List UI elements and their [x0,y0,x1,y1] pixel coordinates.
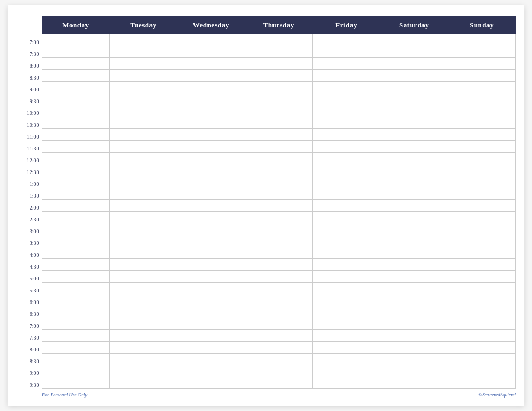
schedule-cell[interactable] [313,306,380,318]
schedule-cell[interactable] [245,153,313,164]
schedule-cell[interactable] [245,58,313,70]
schedule-cell[interactable] [110,117,177,129]
schedule-cell[interactable] [42,93,110,105]
schedule-cell[interactable] [448,141,516,153]
schedule-cell[interactable] [448,70,516,82]
schedule-cell[interactable] [380,82,448,93]
schedule-cell[interactable] [313,259,380,271]
schedule-cell[interactable] [245,164,313,176]
schedule-cell[interactable] [448,164,516,176]
schedule-cell[interactable] [380,58,448,70]
schedule-cell[interactable] [245,129,313,141]
schedule-cell[interactable] [380,46,448,58]
schedule-cell[interactable] [245,117,313,129]
schedule-cell[interactable] [380,271,448,283]
schedule-cell[interactable] [448,294,516,306]
schedule-cell[interactable] [245,34,313,46]
schedule-cell[interactable] [313,212,380,223]
schedule-cell[interactable] [313,200,380,212]
schedule-cell[interactable] [380,247,448,259]
schedule-cell[interactable] [313,93,380,105]
schedule-cell[interactable] [42,235,110,247]
schedule-cell[interactable] [313,377,380,389]
schedule-cell[interactable] [177,93,245,105]
schedule-cell[interactable] [42,70,110,82]
schedule-cell[interactable] [448,318,516,330]
schedule-cell[interactable] [380,223,448,235]
schedule-cell[interactable] [177,271,245,283]
schedule-cell[interactable] [313,153,380,164]
schedule-cell[interactable] [110,176,177,188]
schedule-cell[interactable] [110,46,177,58]
schedule-cell[interactable] [245,235,313,247]
schedule-cell[interactable] [245,105,313,117]
schedule-cell[interactable] [448,223,516,235]
schedule-cell[interactable] [245,141,313,153]
schedule-cell[interactable] [110,153,177,164]
schedule-cell[interactable] [380,105,448,117]
schedule-cell[interactable] [245,82,313,93]
schedule-cell[interactable] [177,354,245,365]
schedule-cell[interactable] [42,223,110,235]
schedule-cell[interactable] [110,212,177,223]
schedule-cell[interactable] [313,82,380,93]
schedule-cell[interactable] [380,212,448,223]
schedule-cell[interactable] [177,82,245,93]
schedule-cell[interactable] [380,141,448,153]
schedule-cell[interactable] [177,330,245,342]
schedule-cell[interactable] [245,93,313,105]
schedule-cell[interactable] [313,164,380,176]
schedule-cell[interactable] [245,365,313,377]
schedule-cell[interactable] [177,365,245,377]
schedule-cell[interactable] [245,294,313,306]
schedule-cell[interactable] [177,164,245,176]
schedule-cell[interactable] [380,164,448,176]
schedule-cell[interactable] [110,247,177,259]
schedule-cell[interactable] [245,271,313,283]
schedule-cell[interactable] [110,294,177,306]
schedule-cell[interactable] [177,141,245,153]
schedule-cell[interactable] [448,330,516,342]
schedule-cell[interactable] [313,318,380,330]
schedule-cell[interactable] [42,46,110,58]
schedule-cell[interactable] [245,46,313,58]
schedule-cell[interactable] [380,283,448,294]
schedule-cell[interactable] [380,354,448,365]
schedule-cell[interactable] [448,365,516,377]
schedule-cell[interactable] [42,377,110,389]
schedule-cell[interactable] [177,377,245,389]
schedule-cell[interactable] [313,70,380,82]
schedule-cell[interactable] [380,294,448,306]
schedule-cell[interactable] [448,153,516,164]
schedule-cell[interactable] [42,330,110,342]
schedule-cell[interactable] [42,105,110,117]
schedule-cell[interactable] [245,318,313,330]
schedule-cell[interactable] [42,259,110,271]
schedule-cell[interactable] [380,153,448,164]
schedule-cell[interactable] [110,271,177,283]
schedule-cell[interactable] [110,330,177,342]
schedule-cell[interactable] [313,294,380,306]
schedule-cell[interactable] [110,200,177,212]
schedule-cell[interactable] [110,342,177,354]
schedule-cell[interactable] [110,58,177,70]
schedule-cell[interactable] [313,117,380,129]
schedule-cell[interactable] [245,247,313,259]
schedule-cell[interactable] [177,294,245,306]
schedule-cell[interactable] [448,342,516,354]
schedule-cell[interactable] [110,235,177,247]
schedule-cell[interactable] [110,306,177,318]
schedule-cell[interactable] [110,105,177,117]
schedule-cell[interactable] [245,306,313,318]
schedule-cell[interactable] [177,247,245,259]
schedule-cell[interactable] [448,200,516,212]
schedule-cell[interactable] [177,129,245,141]
schedule-cell[interactable] [110,141,177,153]
schedule-cell[interactable] [448,34,516,46]
schedule-cell[interactable] [110,223,177,235]
schedule-cell[interactable] [313,141,380,153]
schedule-cell[interactable] [177,70,245,82]
schedule-cell[interactable] [42,141,110,153]
schedule-cell[interactable] [448,247,516,259]
schedule-cell[interactable] [42,283,110,294]
